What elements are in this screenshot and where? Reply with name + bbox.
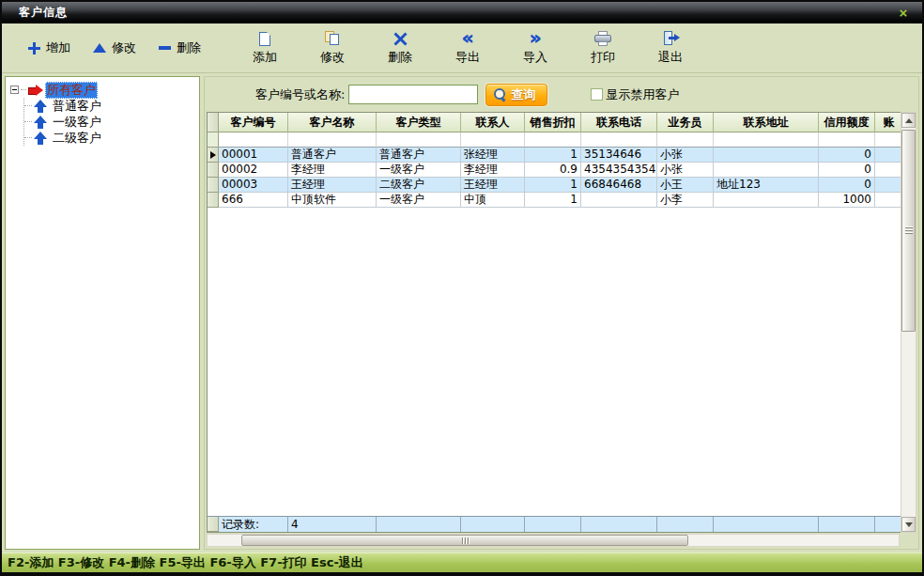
column-header-客户类型[interactable]: 客户类型	[377, 113, 461, 132]
cell-联系地址[interactable]	[714, 193, 819, 208]
filter-cell[interactable]	[219, 132, 288, 148]
cell-联系电话[interactable]: 4354354354	[581, 163, 657, 178]
x-icon	[393, 32, 408, 46]
cell-联系地址[interactable]	[714, 163, 819, 178]
cell-销售折扣[interactable]: 1	[525, 178, 581, 193]
toolbar-print-button[interactable]: 打印	[575, 29, 631, 68]
toolbar-import-button[interactable]: »导入	[507, 29, 563, 68]
filter-cell[interactable]	[288, 132, 377, 148]
vertical-scrollbar[interactable]	[901, 112, 916, 533]
tree-root-label[interactable]: 所有客户	[45, 82, 98, 99]
toolbar-modify-button[interactable]: 修改	[304, 29, 361, 68]
column-header-客户编号[interactable]: 客户编号	[219, 113, 288, 132]
cell-信用额度[interactable]: 1000	[819, 193, 875, 208]
cell-账[interactable]	[875, 178, 901, 193]
horizontal-scrollbar-thumb[interactable]	[241, 535, 688, 546]
column-header-客户名称[interactable]: 客户名称	[288, 113, 377, 132]
tree-collapse-icon[interactable]	[10, 86, 19, 94]
filter-cell[interactable]	[819, 132, 875, 148]
cell-联系人[interactable]: 中顶	[461, 193, 525, 208]
filter-cell[interactable]	[377, 132, 461, 148]
query-button[interactable]: 查询	[485, 84, 547, 106]
cell-联系地址[interactable]	[714, 148, 819, 163]
cell-客户类型[interactable]: 二级客户	[377, 178, 461, 193]
horizontal-scrollbar[interactable]	[207, 534, 900, 547]
table-row[interactable]: 00003王经理二级客户王经理166846468小王地址1230	[208, 178, 901, 193]
scroll-down-button[interactable]	[901, 517, 916, 532]
cell-账[interactable]	[875, 193, 901, 208]
filter-cell[interactable]	[581, 132, 657, 148]
cell-客户编号[interactable]: 00001	[219, 148, 288, 163]
cell-销售折扣[interactable]: 1	[525, 193, 581, 208]
cell-联系电话[interactable]: 66846468	[581, 178, 657, 193]
filter-cell[interactable]	[461, 132, 525, 148]
quick-edit-button[interactable]: 修改	[87, 36, 142, 60]
cell-客户编号[interactable]: 00003	[219, 178, 288, 193]
cell-客户类型[interactable]: 一级客户	[377, 163, 461, 178]
column-header-销售折扣[interactable]: 销售折扣	[525, 113, 581, 132]
table-row[interactable]: 00002李经理一级客户李经理0.94354354354小张0	[208, 163, 901, 178]
tree-item-label[interactable]: 二级客户	[51, 130, 103, 147]
column-header-信用额度[interactable]: 信用额度	[819, 113, 875, 132]
close-button[interactable]: ×	[890, 4, 916, 22]
filter-cell[interactable]	[875, 132, 901, 148]
cell-客户名称[interactable]: 王经理	[288, 178, 377, 193]
column-header-账[interactable]: 账	[875, 113, 901, 132]
show-disabled-checkbox[interactable]	[591, 88, 603, 101]
cell-业务员[interactable]: 小张	[657, 163, 714, 178]
cell-信用额度[interactable]: 0	[819, 148, 875, 163]
cell-联系地址[interactable]: 地址123	[714, 178, 819, 193]
cell-联系人[interactable]: 李经理	[461, 163, 525, 178]
new-doc-icon	[259, 32, 270, 46]
cell-客户编号[interactable]: 00002	[219, 163, 288, 178]
vertical-scrollbar-track[interactable]	[901, 332, 916, 517]
cell-业务员[interactable]: 小李	[657, 193, 714, 208]
tree-item-label[interactable]: 一级客户	[51, 114, 103, 131]
vertical-scrollbar-thumb[interactable]	[901, 130, 916, 332]
search-input[interactable]	[348, 85, 478, 104]
toolbar-exit-button[interactable]: 退出	[642, 29, 699, 68]
cell-账[interactable]	[875, 148, 901, 163]
table-row[interactable]: 666中顶软件一级客户中顶1小李1000	[208, 193, 901, 208]
cell-业务员[interactable]: 小王	[657, 178, 714, 193]
cell-客户名称[interactable]: 中顶软件	[288, 193, 377, 208]
quick-delete-button[interactable]: 删除	[153, 36, 207, 60]
tree-item-label[interactable]: 普通客户	[51, 98, 103, 115]
column-header-联系电话[interactable]: 联系电话	[581, 113, 657, 132]
cell-业务员[interactable]: 小张	[657, 148, 714, 163]
scroll-up-button[interactable]	[901, 113, 916, 128]
table-row-selected[interactable]: 00001普通客户普通客户张经理135134646小张0	[208, 148, 901, 163]
toolbar-remove-button[interactable]: 删除	[372, 29, 428, 68]
column-header-联系地址[interactable]: 联系地址	[714, 113, 819, 132]
cell-销售折扣[interactable]: 0.9	[525, 163, 581, 178]
cell-联系人[interactable]: 张经理	[461, 148, 525, 163]
cell-联系人[interactable]: 王经理	[461, 178, 525, 193]
tree-item-3[interactable]: 二级客户	[24, 130, 199, 146]
cell-销售折扣[interactable]: 1	[525, 148, 581, 163]
tree-item-1[interactable]: 普通客户	[24, 98, 199, 114]
cell-客户类型[interactable]: 普通客户	[377, 148, 461, 163]
quick-add-button[interactable]: 增加	[23, 36, 76, 60]
column-header-联系人[interactable]: 联系人	[461, 113, 525, 132]
toolbar-export-button[interactable]: «导出	[439, 29, 496, 68]
cell-客户编号[interactable]: 666	[219, 193, 288, 208]
cell-客户类型[interactable]: 一级客户	[377, 193, 461, 208]
cell-客户名称[interactable]: 普通客户	[288, 148, 377, 163]
search-bar: 客户编号或名称: 查询 显示禁用客户	[205, 77, 918, 112]
filter-cell[interactable]	[714, 132, 819, 148]
column-header-业务员[interactable]: 业务员	[657, 113, 714, 132]
cell-联系电话[interactable]: 35134646	[581, 148, 657, 163]
copy-icon	[325, 31, 340, 46]
filter-cell[interactable]	[525, 132, 581, 148]
show-disabled-checkbox-wrap[interactable]: 显示禁用客户	[591, 86, 679, 103]
toolbar-append-button[interactable]: 添加	[237, 29, 293, 68]
grid-header-row: 客户编号客户名称客户类型联系人销售折扣联系电话业务员联系地址信用额度账	[208, 113, 901, 132]
cell-账[interactable]	[875, 163, 901, 178]
cell-联系电话[interactable]	[581, 193, 657, 208]
cell-客户名称[interactable]: 李经理	[288, 163, 377, 178]
tree-root-item[interactable]: 所有客户	[10, 82, 199, 98]
cell-信用额度[interactable]: 0	[819, 163, 875, 178]
filter-cell[interactable]	[657, 132, 714, 148]
cell-信用额度[interactable]: 0	[819, 178, 875, 193]
tree-item-2[interactable]: 一级客户	[24, 114, 199, 130]
